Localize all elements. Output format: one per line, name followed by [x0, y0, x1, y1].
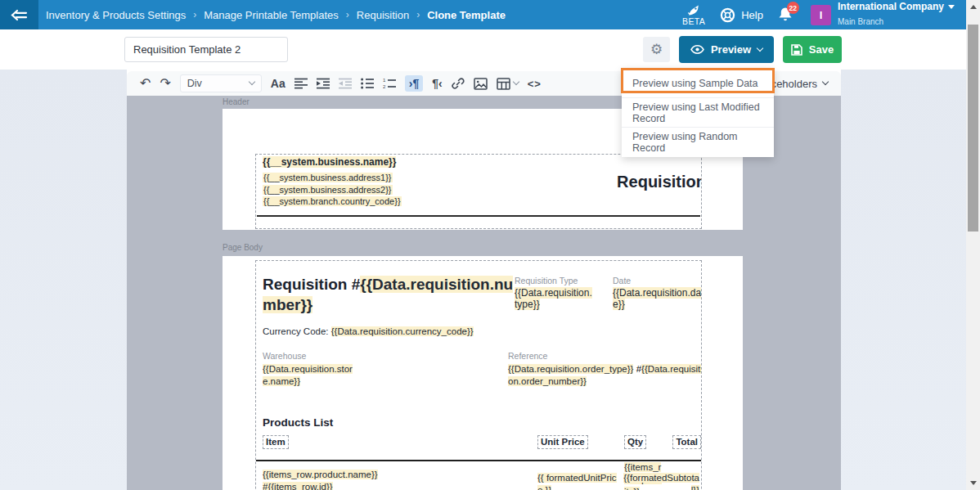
warehouse-label: Warehouse [263, 351, 353, 361]
gear-icon: ⚙ [650, 41, 663, 58]
beta-button[interactable]: BETA [682, 3, 705, 26]
notifications-button[interactable]: 22 [778, 7, 793, 23]
chevron-down-icon [249, 79, 255, 85]
vertical-scrollbar[interactable] [966, 0, 980, 490]
font-style-icon[interactable]: Aa [271, 77, 285, 90]
paragraph-rtl-icon[interactable]: ¶‹ [432, 77, 442, 90]
notification-count-badge: 22 [787, 2, 799, 14]
undo-icon[interactable]: ↶ [140, 77, 151, 90]
requisition-type-label: Requisition Type [515, 276, 593, 285]
warehouse-block[interactable]: Warehouse {{Data.requisition.store.name}… [263, 351, 353, 387]
column-header-total[interactable]: Total [672, 435, 701, 449]
column-header-unit-price[interactable]: Unit Price [537, 435, 588, 449]
product-id-placeholder: #{{items_row.id}} [263, 481, 483, 490]
align-left-icon[interactable] [294, 78, 308, 89]
reference-block[interactable]: Reference {{Data.requisition.order_type}… [508, 351, 702, 387]
column-header-item[interactable]: Item [263, 435, 289, 449]
requisition-type-placeholder: {{Data.requisition.type}} [515, 287, 593, 310]
preview-dropdown-menu: Preview using Sample Data Preview using … [622, 69, 774, 157]
header-content-region[interactable]: {{__system.business.name}} {{__system.bu… [255, 154, 702, 229]
floppy-disk-icon [791, 44, 802, 56]
help-button[interactable]: Help [720, 7, 763, 23]
block-format-value: Div [187, 78, 202, 89]
unit-price-cell[interactable]: {{ formatedUnitPrice }} [537, 472, 618, 490]
lifebuoy-icon [720, 7, 735, 23]
chevron-down-icon [512, 79, 519, 85]
breadcrumb-separator: › [346, 9, 349, 20]
menu-item-preview-random-record[interactable]: Preview using Random Record [622, 128, 774, 157]
total-cell[interactable]: {{formatedSubtotal}} [621, 472, 699, 490]
collapse-menu-icon [11, 9, 28, 21]
svg-text:2: 2 [383, 84, 386, 89]
template-name-input[interactable] [124, 37, 288, 62]
svg-text:1: 1 [383, 78, 386, 83]
rocket-icon [687, 4, 701, 16]
code-view-icon[interactable]: <> [528, 78, 542, 90]
table-icon[interactable] [497, 78, 519, 90]
date-placeholder: {{Data.requisition.date}} [613, 287, 702, 310]
save-button[interactable]: Save [783, 36, 842, 63]
requisition-type-block[interactable]: Requisition Type {{Data.requisition.type… [515, 276, 593, 310]
branch-country-placeholder[interactable]: {{__system.branch.country_code}} [263, 196, 402, 208]
company-avatar: I [811, 5, 831, 25]
placeholders-panel [841, 70, 966, 490]
triangle-down-icon [970, 481, 977, 485]
breadcrumb-item[interactable]: Manage Printable Templates [204, 9, 339, 21]
body-section-label: Page Body [223, 243, 263, 252]
account-menu[interactable]: I International Company Main Branch [811, 2, 955, 28]
top-app-bar: Inventory & Products Settings › Manage P… [0, 0, 966, 29]
breadcrumb-separator: › [193, 9, 196, 20]
breadcrumb-item[interactable]: Inventory & Products Settings [46, 9, 186, 21]
reference-label: Reference [508, 351, 702, 361]
scroll-down-arrow[interactable] [966, 476, 980, 490]
body-content-region[interactable]: Requisition #{{Data.requisition.number}}… [255, 260, 702, 490]
document-title[interactable]: Requisition [617, 173, 702, 191]
menu-item-preview-last-modified[interactable]: Preview using Last Modified Record [622, 98, 774, 128]
help-label: Help [741, 9, 763, 21]
body-page[interactable]: Requisition #{{Data.requisition.number}}… [223, 256, 743, 490]
header-divider-line [257, 215, 700, 217]
preview-label: Preview [711, 43, 751, 56]
business-address1-placeholder[interactable]: {{__system.business.address1}} [263, 172, 402, 184]
currency-code-line[interactable]: Currency Code: {{Data.requisition.curren… [263, 326, 474, 336]
breadcrumb: Inventory & Products Settings › Manage P… [46, 9, 506, 21]
breadcrumb-item[interactable]: Requisition [357, 9, 409, 21]
header-section-label: Header [223, 97, 249, 106]
beta-label: BETA [682, 17, 705, 26]
settings-button[interactable]: ⚙ [643, 37, 670, 62]
reference-placeholder: {{Data.requisition.order_type}} #{{Data.… [508, 363, 702, 387]
eye-icon [690, 45, 704, 54]
bullet-list-icon[interactable] [361, 78, 374, 89]
preview-button[interactable]: Preview [679, 36, 774, 63]
product-name-placeholder: {{items_row.product.name}} [263, 469, 483, 481]
link-icon[interactable] [452, 77, 465, 90]
block-format-select[interactable]: Div [180, 74, 262, 92]
scrollbar-thumb[interactable] [968, 25, 978, 232]
company-name: International Company [838, 2, 944, 13]
action-bar: ⚙ Preview Save [0, 29, 966, 70]
triangle-up-icon [970, 5, 977, 9]
business-address2-placeholder[interactable]: {{__system.business.address2}} [263, 184, 402, 196]
save-label: Save [809, 43, 834, 56]
paragraph-ltr-icon[interactable]: ›¶ [405, 75, 423, 92]
warehouse-placeholder: {{Data.requisition.store.name}} [263, 363, 353, 387]
item-name-cell[interactable]: {{items_row.product.name}} #{{items_row.… [263, 469, 483, 490]
numbered-list-icon[interactable]: 12 [383, 78, 396, 89]
indent-icon[interactable] [317, 78, 330, 89]
date-block[interactable]: Date {{Data.requisition.date}} [613, 276, 702, 310]
outdent-icon[interactable] [339, 78, 352, 89]
collapse-sidebar-button[interactable] [0, 0, 38, 29]
menu-item-preview-sample-data[interactable]: Preview using Sample Data [622, 69, 774, 98]
redo-icon[interactable]: ↷ [160, 77, 170, 90]
branch-name: Main Branch [838, 17, 883, 26]
chevron-down-icon [948, 5, 955, 9]
business-name-placeholder[interactable]: {{__system.business.name}} [263, 156, 396, 168]
products-list-title: Products List [263, 416, 333, 429]
image-icon[interactable] [474, 78, 488, 90]
left-panel [0, 70, 127, 490]
chevron-down-icon [822, 79, 829, 85]
requisition-number-title[interactable]: Requisition #{{Data.requisition.number}} [263, 274, 518, 315]
scroll-up-arrow[interactable] [966, 0, 980, 14]
column-header-qty[interactable]: Qty [624, 435, 646, 449]
date-label: Date [613, 276, 702, 285]
